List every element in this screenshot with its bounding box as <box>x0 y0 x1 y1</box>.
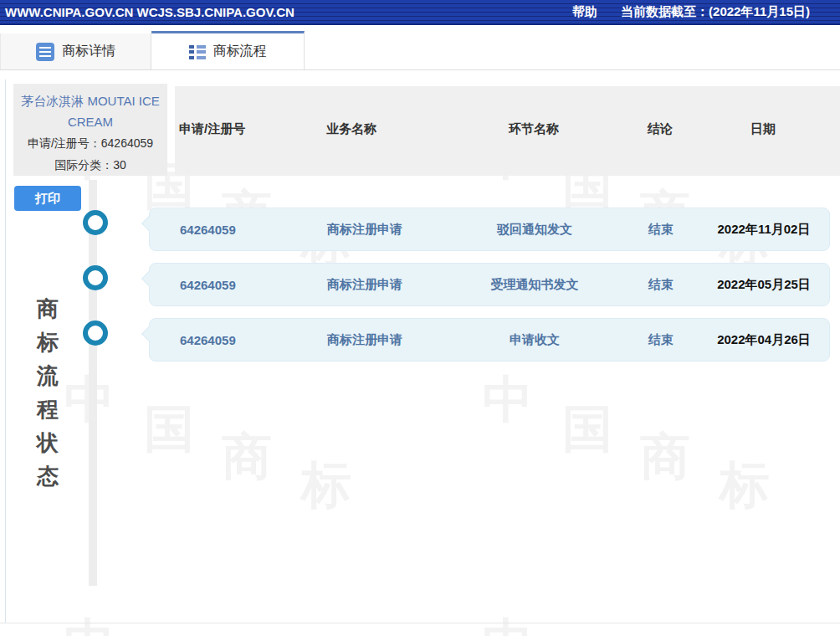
watermark-group: 中 国 <box>483 618 784 636</box>
title-char: 标 <box>34 331 61 354</box>
cell-business-name: 商标注册申请 <box>297 332 444 348</box>
content-bottom-border <box>0 623 840 623</box>
top-bar: WWW.CNIPA.GOV.CN WCJS.SBJ.CNIPA.GOV.CN 帮… <box>0 0 840 25</box>
cell-business-name: 商标注册申请 <box>297 222 444 238</box>
timeline-bar <box>89 180 97 586</box>
cell-conclusion: 结束 <box>625 222 697 238</box>
trademark-name: 茅台冰淇淋 MOUTAI ICE CREAM <box>20 90 161 132</box>
watermark-char: 标 <box>301 460 351 510</box>
list-icon <box>189 44 206 60</box>
title-char: 流 <box>34 365 61 387</box>
cell-date: 2022年11月02日 <box>697 222 831 238</box>
tab-trademark-flow[interactable]: 商标流程 <box>151 31 305 69</box>
cell-date: 2022年04月26日 <box>697 332 831 348</box>
site-address-text: WWW.CNIPA.GOV.CN WCJS.SBJ.CNIPA.GOV.CN <box>0 5 295 19</box>
watermark-char: 中 <box>64 618 115 636</box>
col-header-date: 日期 <box>696 121 830 137</box>
title-char: 态 <box>34 465 61 488</box>
cell-application-no: 64264059 <box>150 223 297 237</box>
tab-trademark-details[interactable]: 商标详情 <box>0 33 151 69</box>
timeline-node-icon <box>83 321 108 346</box>
cell-application-no: 64264059 <box>150 278 297 292</box>
cell-conclusion: 结束 <box>625 332 697 348</box>
tab-details-label: 商标详情 <box>62 43 115 60</box>
watermark-group: 中 国 商 标 <box>483 375 784 517</box>
cell-application-no: 64264059 <box>150 333 297 347</box>
data-cutoff-text: 当前数据截至：(2022年11月15日) <box>621 4 810 20</box>
trademark-info-card: 茅台冰淇淋 MOUTAI ICE CREAM 申请/注册号：64264059 国… <box>13 84 167 176</box>
print-button[interactable]: 打印 <box>14 186 81 211</box>
tab-bar: 商标详情 商标流程 <box>0 31 840 70</box>
title-char: 程 <box>34 398 61 421</box>
page-title-vertical: 商 标 流 程 状 态 <box>34 298 61 488</box>
international-class: 国际分类：30 <box>20 154 161 176</box>
content-left-border <box>5 80 6 623</box>
cell-step-name: 驳回通知发文 <box>444 222 625 238</box>
watermark-group: 中 国 <box>64 618 366 636</box>
cell-business-name: 商标注册申请 <box>297 277 444 293</box>
title-char: 商 <box>34 298 61 321</box>
watermark-char: 中 <box>483 618 533 636</box>
col-header-application-no: 申请/注册号 <box>149 121 296 137</box>
table-row: 64264059 商标注册申请 申请收文 结束 2022年04月26日 <box>149 318 830 362</box>
help-link[interactable]: 帮助 <box>572 4 597 20</box>
watermark-char: 中 <box>483 375 533 425</box>
watermark-char: 商 <box>222 432 272 482</box>
table-header-row: 申请/注册号 业务名称 环节名称 结论 日期 <box>149 121 830 137</box>
top-bar-right: 帮助 当前数据截至：(2022年11月15日) <box>572 4 840 20</box>
application-number: 申请/注册号：64264059 <box>20 132 161 154</box>
table-row: 64264059 商标注册申请 驳回通知发文 结束 2022年11月02日 <box>149 208 830 251</box>
col-header-step-name: 环节名称 <box>443 121 624 137</box>
timeline-node-icon <box>83 210 108 235</box>
cell-step-name: 申请收文 <box>444 332 625 348</box>
cell-conclusion: 结束 <box>625 277 697 293</box>
watermark-char: 标 <box>720 460 770 510</box>
watermark-char: 国 <box>144 404 194 454</box>
title-char: 状 <box>34 432 61 454</box>
watermark-group: 中 国 商 标 <box>64 375 366 517</box>
col-header-conclusion: 结论 <box>624 121 696 137</box>
cell-step-name: 受理通知书发文 <box>444 277 625 293</box>
cell-date: 2022年05月25日 <box>697 277 831 293</box>
tab-flow-label: 商标流程 <box>213 43 267 60</box>
timeline-node-icon <box>83 265 108 290</box>
page: 中 国 商 标 中 国 商 标 中 国 商 标 中 国 商 标 中 国 中 国 … <box>0 0 840 636</box>
watermark-char: 商 <box>640 432 690 482</box>
col-header-business-name: 业务名称 <box>296 121 443 137</box>
watermark-char: 国 <box>562 404 612 454</box>
table-row: 64264059 商标注册申请 受理通知书发文 结束 2022年05月25日 <box>149 263 830 306</box>
document-icon <box>36 43 54 61</box>
